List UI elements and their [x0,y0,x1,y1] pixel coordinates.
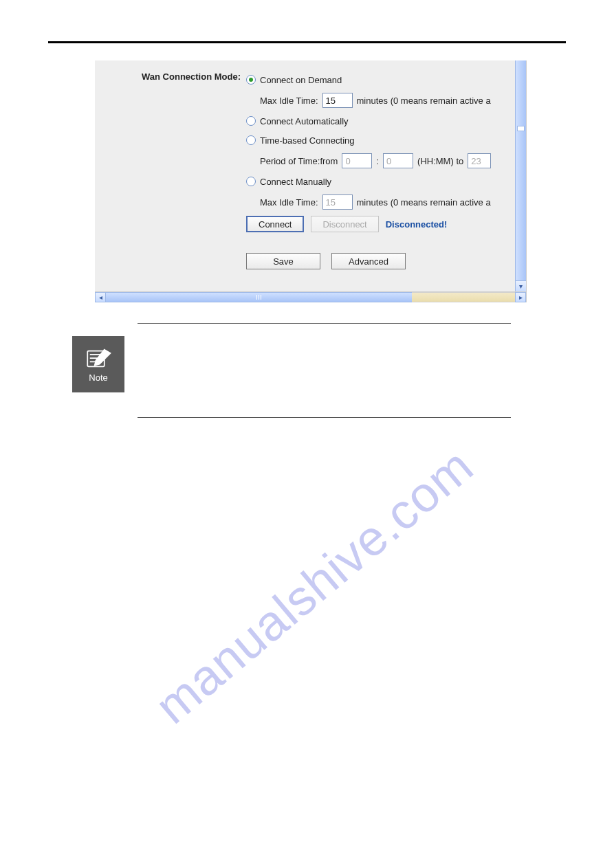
scrollbar-track[interactable] [412,292,515,302]
option-time-based[interactable]: Time-based Connecting [246,131,515,150]
option-label: Connect on Demand [260,75,342,85]
divider [138,417,511,418]
period-sep: : [376,156,379,166]
save-button[interactable]: Save [246,253,320,269]
period-from-input[interactable] [342,153,372,168]
max-idle-demand-input[interactable] [322,93,353,108]
connect-button[interactable]: Connect [246,216,304,232]
scrollbar-thumb[interactable] [517,126,525,131]
radio-icon [246,135,256,145]
radio-icon [246,116,256,126]
horizontal-scrollbar[interactable]: ◂ ▸ [95,291,526,302]
scroll-down-icon[interactable]: ▾ [516,280,526,291]
note-label: Note [89,372,107,383]
vertical-scrollbar[interactable]: ▾ [515,60,526,291]
divider [138,323,511,324]
period-to-input[interactable] [383,153,413,168]
page-top-rule [48,41,566,43]
option-label: Connect Manually [260,177,331,187]
period-end-input[interactable] [468,153,491,168]
option-label: Connect Automatically [260,116,349,126]
max-idle-manual-input[interactable] [322,194,353,210]
option-connect-on-demand[interactable]: Connect on Demand [246,70,515,89]
config-panel: Wan Connection Mode: Connect on Demand M… [95,60,527,302]
period-prefix: Period of Time:from [260,156,338,166]
option-connect-manually[interactable]: Connect Manually [246,172,515,191]
idle-suffix: minutes (0 means remain active a [357,197,491,208]
idle-label: Max Idle Time: [260,197,318,208]
period-hhmm: (HH:MM) to [417,156,463,166]
idle-label: Max Idle Time: [260,96,318,106]
option-connect-automatically[interactable]: Connect Automatically [246,111,515,131]
option-label: Time-based Connecting [260,135,355,146]
scrollbar-thumb[interactable] [106,292,412,302]
radio-icon [246,177,256,186]
idle-suffix: minutes (0 means remain active a [357,96,491,106]
disconnect-button: Disconnect [311,216,378,232]
advanced-button[interactable]: Advanced [331,253,406,269]
scroll-left-icon[interactable]: ◂ [95,292,106,302]
connection-status: Disconnected! [386,219,448,230]
scroll-right-icon[interactable]: ▸ [515,292,526,302]
section-label: Wan Connection Mode: [95,70,246,82]
watermark-text: manualshive.com [144,437,483,735]
content-area: Wan Connection Mode: Connect on Demand M… [95,60,515,291]
radio-icon [246,75,256,85]
note-icon: Note [72,336,124,392]
